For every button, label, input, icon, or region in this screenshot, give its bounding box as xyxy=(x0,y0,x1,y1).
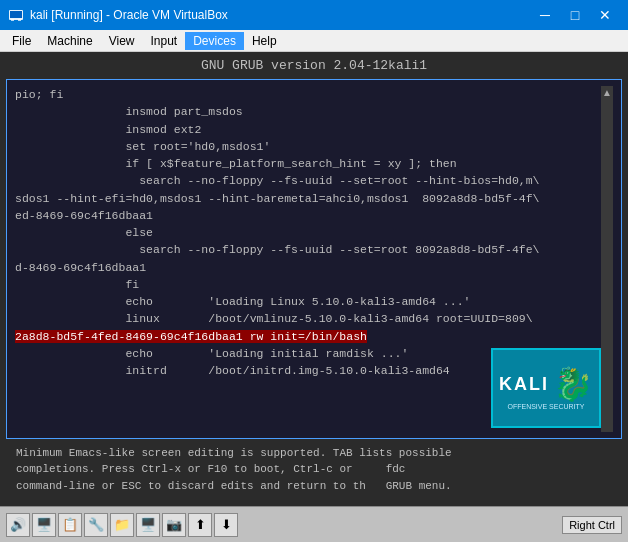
highlight-line: 2a8d8-bd5f-4fed-8469-69c4f16dbaa1 rw ini… xyxy=(15,330,367,343)
kali-sub-text: OFFENSIVE SECURITY xyxy=(507,403,584,410)
svg-rect-3 xyxy=(18,19,21,21)
taskbar-right: Right Ctrl xyxy=(562,516,622,534)
grub-header: GNU GRUB version 2.04-12kali1 xyxy=(6,58,622,73)
menu-devices[interactable]: Devices xyxy=(185,32,244,50)
menu-view[interactable]: View xyxy=(101,32,143,50)
scrollbar[interactable]: ▲ xyxy=(601,86,613,432)
taskbar-icon-3[interactable]: 📋 xyxy=(58,513,82,537)
main-area: GNU GRUB version 2.04-12kali1 pio; fi in… xyxy=(0,52,628,506)
right-ctrl-button[interactable]: Right Ctrl xyxy=(562,516,622,534)
taskbar-icon-4[interactable]: 🔧 xyxy=(84,513,108,537)
maximize-button[interactable]: □ xyxy=(560,0,590,30)
virtualbox-icon xyxy=(8,7,24,23)
svg-rect-1 xyxy=(10,11,22,18)
taskbar-left: 🔊 🖥️ 📋 🔧 📁 🖥️ 📷 ⬆ ⬇ xyxy=(6,513,238,537)
taskbar-icon-2[interactable]: 🖥️ xyxy=(32,513,56,537)
minimize-button[interactable]: ─ xyxy=(530,0,560,30)
scroll-up-arrow[interactable]: ▲ xyxy=(602,88,612,98)
taskbar-icon-7[interactable]: 📷 xyxy=(162,513,186,537)
menu-input[interactable]: Input xyxy=(143,32,186,50)
close-button[interactable]: ✕ xyxy=(590,0,620,30)
menu-help[interactable]: Help xyxy=(244,32,285,50)
terminal-box: pio; fi insmod part_msdos insmod ext2 se… xyxy=(6,79,622,439)
taskbar-icon-1[interactable]: 🔊 xyxy=(6,513,30,537)
taskbar-icon-8[interactable]: ⬆ xyxy=(188,513,212,537)
title-bar: kali [Running] - Oracle VM VirtualBox ─ … xyxy=(0,0,628,30)
info-text: Minimum Emacs-like screen editing is sup… xyxy=(16,447,452,492)
title-bar-title: kali [Running] - Oracle VM VirtualBox xyxy=(30,8,228,22)
title-bar-left: kali [Running] - Oracle VM VirtualBox xyxy=(8,7,228,23)
taskbar: 🔊 🖥️ 📋 🔧 📁 🖥️ 📷 ⬆ ⬇ Right Ctrl xyxy=(0,506,628,542)
terminal-content: pio; fi insmod part_msdos insmod ext2 se… xyxy=(15,86,601,432)
title-bar-controls: ─ □ ✕ xyxy=(530,0,620,30)
kali-dragon-icon: 🐉 xyxy=(553,365,593,403)
taskbar-icon-6[interactable]: 🖥️ xyxy=(136,513,160,537)
kali-logo-overlay: KALI 🐉 OFFENSIVE SECURITY xyxy=(491,348,601,428)
menu-machine[interactable]: Machine xyxy=(39,32,100,50)
terminal-text: pio; fi insmod part_msdos insmod ext2 se… xyxy=(15,86,601,379)
taskbar-icon-5[interactable]: 📁 xyxy=(110,513,134,537)
taskbar-icon-9[interactable]: ⬇ xyxy=(214,513,238,537)
menu-bar: File Machine View Input Devices Help xyxy=(0,30,628,52)
info-area: Minimum Emacs-like screen editing is sup… xyxy=(6,439,622,501)
svg-rect-2 xyxy=(11,19,14,21)
kali-brand-text: KALI xyxy=(499,374,549,395)
menu-file[interactable]: File xyxy=(4,32,39,50)
